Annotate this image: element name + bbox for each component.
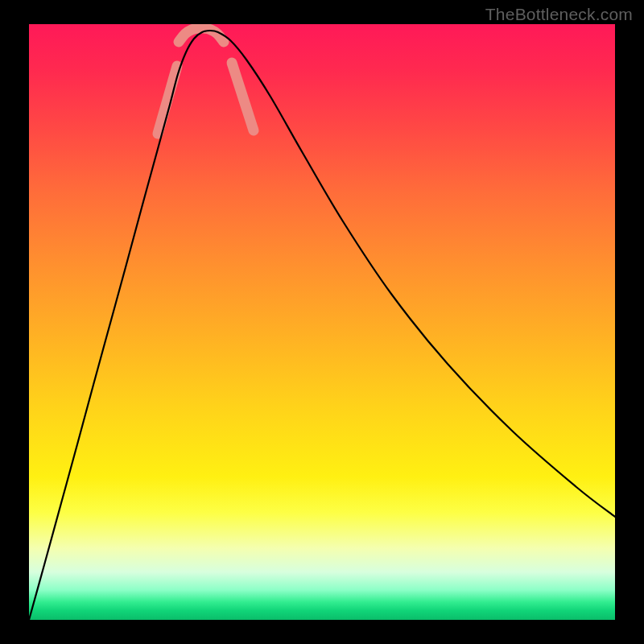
curve-layer	[29, 24, 615, 620]
highlight-segment-right	[232, 63, 254, 130]
chart-frame: TheBottleneck.com	[0, 0, 644, 644]
highlight-band	[158, 28, 254, 134]
plot-area	[29, 24, 615, 620]
highlight-segment-bottom	[179, 28, 224, 42]
attribution-text: TheBottleneck.com	[485, 5, 633, 24]
bottleneck-curve	[29, 31, 615, 620]
highlight-segment-left	[158, 66, 177, 134]
